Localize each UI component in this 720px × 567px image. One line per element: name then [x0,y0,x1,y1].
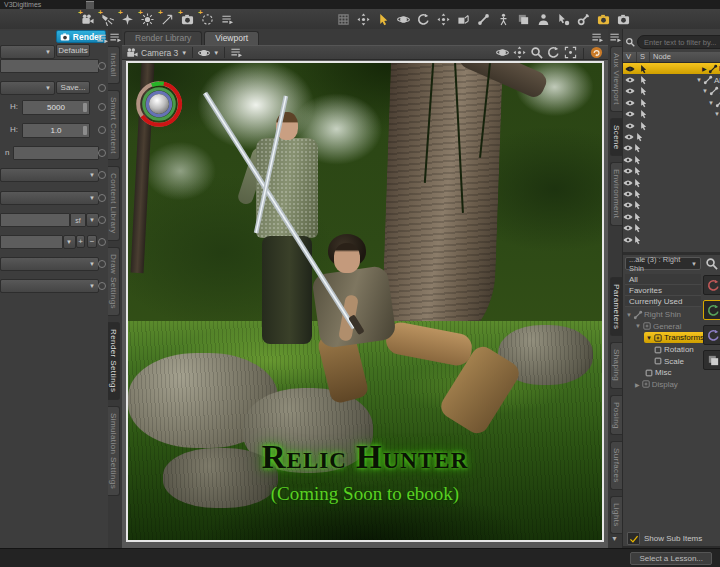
snap-tool-button[interactable] [333,10,353,28]
visibility-eye-icon[interactable] [623,143,633,153]
selectability-pointer-icon[interactable] [639,64,649,74]
new-spotlight-button[interactable]: + [97,10,117,28]
expander-icon[interactable]: ▼ [635,323,641,329]
param-option-circle[interactable] [98,103,106,111]
pane-options-icon[interactable] [609,31,622,44]
tab-content-library[interactable]: Content Library [108,166,120,241]
scene-node-row[interactable]: ▶Right [623,63,720,74]
rotation-filter-button[interactable] [703,275,720,295]
scene-node-row[interactable]: ▼Chest L [623,97,720,108]
tab-shaping[interactable]: Shaping [610,342,622,388]
value-field[interactable] [0,213,70,227]
param-option-circle[interactable] [98,62,106,70]
visibility-eye-icon[interactable] [625,98,635,108]
selectability-pointer-icon[interactable] [633,212,643,222]
rotate-sphere-tool-button[interactable] [393,10,413,28]
new-render-camera-button[interactable]: + [177,10,197,28]
parameter-group-row[interactable]: ▼Right Shin [623,309,703,321]
node-selection-tool-button[interactable] [373,10,393,28]
universal-manipulator-tool-button[interactable] [453,10,473,28]
visibility-eye-icon[interactable] [625,121,635,131]
scene-node-row[interactable]: ▼Lef [623,120,720,131]
viewport-canvas[interactable]: Relic Hunter (Coming Soon to ebook) [122,60,608,548]
option-dropdown[interactable]: ▼ [0,257,99,271]
expander-icon[interactable]: ▶ [635,381,640,388]
scene-node-row[interactable]: ▼L [623,131,720,142]
camera-dropdown-caret[interactable]: ▼ [181,50,187,56]
selectability-pointer-icon[interactable] [639,98,649,108]
add-button[interactable]: + [76,235,85,248]
selectability-pointer-icon[interactable] [633,235,643,245]
selectability-pointer-icon[interactable] [639,86,649,96]
tab-viewport[interactable]: Viewport [204,31,259,45]
expander-icon[interactable]: ▼ [646,335,652,341]
drawstyle-icon[interactable] [198,47,210,59]
settings-field[interactable] [0,59,99,73]
frame-view-button[interactable] [564,46,577,61]
tab-lights[interactable]: Lights [610,496,622,534]
list-dropdown[interactable]: ▼ [63,235,76,249]
selectability-pointer-icon[interactable] [633,166,643,176]
visibility-eye-icon[interactable] [623,178,633,188]
ratio-field[interactable]: 1.0 [22,123,90,138]
option-dropdown[interactable]: ▼ [0,191,99,205]
scene-node-row[interactable]: ▼Abdomen L [623,74,720,85]
visibility-eye-icon[interactable] [625,64,635,74]
figure-tool-button[interactable] [493,10,513,28]
quick-filter-all[interactable]: All [625,274,701,285]
node-editor-tool-button[interactable] [553,10,573,28]
tab-render-settings[interactable]: Render Settings [108,322,120,399]
viewport-options-ball-button[interactable] [590,46,603,61]
selectability-pointer-icon[interactable] [633,143,643,153]
scene-node-row[interactable]: ▼ [623,200,720,211]
slider-handle[interactable] [83,103,87,112]
selectability-pointer-icon[interactable] [639,121,649,131]
visibility-eye-icon[interactable] [623,223,633,233]
parameter-group-row[interactable]: ▶Display [623,379,703,391]
unit-box[interactable]: sf [70,213,86,227]
translation-filter-button[interactable] [703,300,720,320]
expander-icon[interactable]: ▼ [702,88,708,94]
save-preset-dropdown[interactable]: ▼ [0,81,55,95]
option-dropdown[interactable]: ▼ [0,279,99,293]
character-tool-button[interactable] [533,10,553,28]
scale-filter-button[interactable] [703,325,720,345]
option-dropdown[interactable]: ▼ [0,168,99,182]
light-manipulator-gizmo[interactable] [135,80,183,128]
new-point-light-button[interactable]: + [117,10,137,28]
param-option-circle[interactable] [98,126,106,134]
visibility-eye-icon[interactable] [625,109,635,119]
visibility-eye-icon[interactable] [623,212,633,222]
parameter-group-row[interactable]: Rotation [623,344,703,356]
selectability-pointer-icon[interactable] [639,75,649,85]
joint-editor-tool-button[interactable] [473,10,493,28]
visibility-eye-icon[interactable] [623,155,633,165]
new-camera-button[interactable]: + [77,10,97,28]
tab-install[interactable]: Install [108,46,120,84]
visibility-eye-icon[interactable] [623,200,633,210]
pane-options-icon[interactable] [109,31,122,44]
parameter-group-row[interactable]: Scale [623,355,703,367]
param-option-circle[interactable] [98,149,106,157]
selectability-pointer-icon[interactable] [633,200,643,210]
param-option-circle[interactable] [98,216,106,224]
scene-navigator-tool-button[interactable] [353,10,373,28]
param-option-circle[interactable] [98,282,106,290]
selectability-pointer-icon[interactable] [633,189,643,199]
quick-filter-favorites[interactable]: Favorites [625,285,701,296]
visibility-eye-icon[interactable] [623,235,633,245]
surface-selection-tool-button[interactable] [513,10,533,28]
new-sun-light-button[interactable]: + [137,10,157,28]
camera-selector[interactable]: Camera 3 [141,48,178,58]
expander-icon[interactable]: ▶ [702,65,707,72]
selectability-pointer-icon[interactable] [633,223,643,233]
column-header-v[interactable]: V [623,52,637,62]
selectability-pointer-icon[interactable] [639,109,649,119]
visibility-eye-icon[interactable] [623,166,633,176]
param-option-circle[interactable] [98,84,106,92]
render-tool-active-button[interactable] [593,10,613,28]
scene-node-row[interactable]: ▼ [623,177,720,188]
new-distant-light-button[interactable]: + [157,10,177,28]
scene-node-row[interactable]: ▼Ches [623,109,720,120]
general-filter-button[interactable] [703,350,720,370]
